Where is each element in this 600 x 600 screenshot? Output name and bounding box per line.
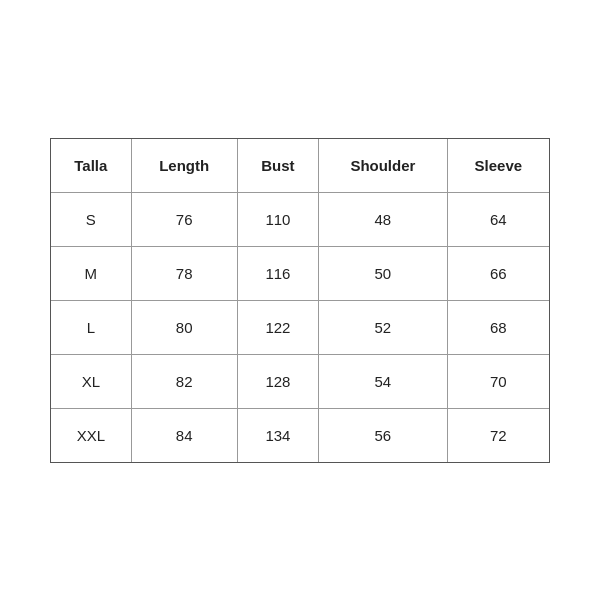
col-header-sleeve: Sleeve xyxy=(447,139,549,193)
col-header-length: Length xyxy=(131,139,237,193)
table-row: S761104864 xyxy=(51,192,549,246)
cell-r1-c0: M xyxy=(51,246,131,300)
cell-r1-c2: 116 xyxy=(237,246,318,300)
col-header-shoulder: Shoulder xyxy=(319,139,448,193)
cell-r0-c0: S xyxy=(51,192,131,246)
table-row: L801225268 xyxy=(51,300,549,354)
table-row: M781165066 xyxy=(51,246,549,300)
cell-r3-c3: 54 xyxy=(319,354,448,408)
size-chart-table: Talla Length Bust Shoulder Sleeve S76110… xyxy=(51,139,549,462)
cell-r1-c4: 66 xyxy=(447,246,549,300)
cell-r4-c3: 56 xyxy=(319,408,448,462)
cell-r2-c1: 80 xyxy=(131,300,237,354)
size-chart-container: Talla Length Bust Shoulder Sleeve S76110… xyxy=(50,138,550,463)
cell-r0-c3: 48 xyxy=(319,192,448,246)
table-row: XL821285470 xyxy=(51,354,549,408)
cell-r0-c1: 76 xyxy=(131,192,237,246)
cell-r2-c2: 122 xyxy=(237,300,318,354)
cell-r2-c0: L xyxy=(51,300,131,354)
cell-r1-c3: 50 xyxy=(319,246,448,300)
cell-r4-c4: 72 xyxy=(447,408,549,462)
cell-r2-c4: 68 xyxy=(447,300,549,354)
cell-r4-c0: XXL xyxy=(51,408,131,462)
cell-r3-c4: 70 xyxy=(447,354,549,408)
cell-r3-c1: 82 xyxy=(131,354,237,408)
cell-r2-c3: 52 xyxy=(319,300,448,354)
cell-r0-c2: 110 xyxy=(237,192,318,246)
col-header-talla: Talla xyxy=(51,139,131,193)
col-header-bust: Bust xyxy=(237,139,318,193)
cell-r3-c2: 128 xyxy=(237,354,318,408)
cell-r3-c0: XL xyxy=(51,354,131,408)
table-header-row: Talla Length Bust Shoulder Sleeve xyxy=(51,139,549,193)
cell-r0-c4: 64 xyxy=(447,192,549,246)
cell-r1-c1: 78 xyxy=(131,246,237,300)
cell-r4-c1: 84 xyxy=(131,408,237,462)
table-row: XXL841345672 xyxy=(51,408,549,462)
cell-r4-c2: 134 xyxy=(237,408,318,462)
